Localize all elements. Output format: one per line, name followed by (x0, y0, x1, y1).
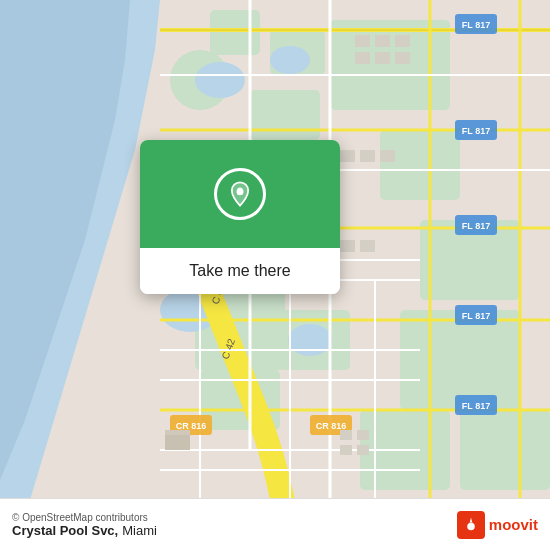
svg-rect-57 (165, 435, 190, 450)
svg-text:FL 817: FL 817 (462, 401, 490, 411)
bottom-info-bar: © OpenStreetMap contributors Crystal Poo… (0, 498, 550, 550)
bottom-left-info: © OpenStreetMap contributors Crystal Poo… (12, 512, 157, 538)
svg-point-15 (270, 46, 310, 74)
svg-rect-66 (380, 150, 395, 162)
moovit-icon (457, 511, 485, 539)
take-me-there-button[interactable]: Take me there (189, 262, 290, 280)
location-card: Take me there (140, 140, 340, 294)
moovit-logo[interactable]: moovit (457, 511, 538, 539)
svg-rect-67 (340, 240, 355, 252)
svg-rect-68 (360, 240, 375, 252)
svg-point-17 (288, 324, 332, 356)
svg-rect-10 (250, 90, 320, 140)
osm-credit-text: © OpenStreetMap contributors (12, 512, 157, 523)
svg-rect-61 (355, 52, 370, 64)
svg-rect-72 (357, 445, 369, 455)
svg-rect-8 (210, 10, 260, 55)
location-pin-icon (214, 168, 266, 220)
svg-text:FL 817: FL 817 (462, 20, 490, 30)
svg-text:FL 817: FL 817 (462, 126, 490, 136)
place-name-text: Crystal Pool Svc, (12, 523, 118, 538)
moovit-brand-text: moovit (489, 516, 538, 533)
svg-text:FL 817: FL 817 (462, 221, 490, 231)
svg-rect-58 (355, 35, 370, 47)
svg-rect-59 (375, 35, 390, 47)
svg-rect-70 (357, 430, 369, 440)
svg-rect-63 (395, 52, 410, 64)
svg-point-14 (195, 62, 245, 98)
svg-point-74 (237, 188, 243, 194)
card-footer: Take me there (140, 248, 340, 294)
svg-rect-60 (395, 35, 410, 47)
svg-rect-6 (460, 410, 550, 490)
svg-rect-71 (340, 445, 352, 455)
map-container: FL 817 FL 817 FL 817 FL 817 FL 817 CR 81… (0, 0, 550, 550)
card-header (140, 140, 340, 248)
svg-point-75 (467, 522, 475, 530)
svg-rect-2 (380, 130, 460, 200)
svg-rect-69 (340, 430, 352, 440)
svg-rect-65 (360, 150, 375, 162)
place-city-text: Miami (122, 523, 157, 538)
svg-text:CR 816: CR 816 (176, 421, 207, 431)
svg-text:CR 816: CR 816 (316, 421, 347, 431)
svg-text:FL 817: FL 817 (462, 311, 490, 321)
svg-rect-1 (330, 20, 450, 110)
svg-rect-64 (340, 150, 355, 162)
svg-rect-62 (375, 52, 390, 64)
